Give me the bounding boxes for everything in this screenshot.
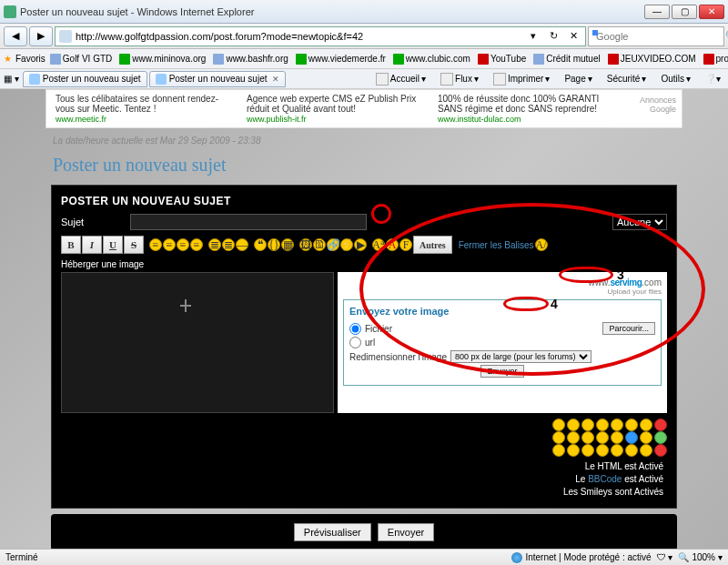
stop-icon[interactable]: ✕: [565, 28, 581, 45]
edit-mode-button[interactable]: A/: [535, 238, 548, 251]
ad-3[interactable]: 100% de réussite donc 100% GARANTI SANS …: [432, 94, 623, 124]
menu-feeds[interactable]: Flux ▾: [437, 72, 482, 86]
address-dropdown-icon[interactable]: ▾: [525, 28, 541, 45]
quote-button[interactable]: ❝: [254, 238, 267, 251]
flash-button[interactable]: ⚡: [340, 238, 353, 251]
smiley-10[interactable]: [567, 431, 580, 444]
radio-url[interactable]: [349, 337, 361, 348]
message-textarea[interactable]: [61, 272, 334, 413]
list-ol-button[interactable]: ≣: [222, 238, 235, 251]
video-button[interactable]: ▶: [354, 238, 367, 251]
post-type-select[interactable]: Aucune: [612, 214, 667, 230]
minimize-button[interactable]: —: [644, 5, 670, 19]
send-button[interactable]: Envoyer: [378, 523, 434, 541]
search-bar[interactable]: 🔍: [588, 26, 724, 46]
fav-bashfr[interactable]: www.bashfr.org: [210, 53, 290, 66]
smiley-19[interactable]: [581, 444, 594, 457]
fav-progtv[interactable]: programme-tv: [701, 53, 728, 66]
fav-clubic[interactable]: www.clubic.com: [390, 53, 473, 66]
fav-golf[interactable]: Golf VI GTD: [47, 53, 115, 66]
code-button[interactable]: {}: [268, 238, 280, 251]
fav-jeuxvideo[interactable]: JEUXVIDEO.COM: [605, 53, 699, 66]
link-button[interactable]: 🔗: [327, 238, 339, 251]
smiley-1[interactable]: [552, 419, 565, 431]
close-tags-link[interactable]: Fermer les Balises: [459, 240, 534, 250]
smiley-8[interactable]: [654, 419, 667, 431]
smiley-17[interactable]: [552, 444, 565, 457]
smiley-5[interactable]: [611, 419, 623, 431]
preview-button[interactable]: Prévisualiser: [294, 523, 371, 541]
other-button[interactable]: Autres: [413, 236, 452, 254]
upload-send-button[interactable]: Envoyer: [480, 365, 523, 378]
strike-button[interactable]: S: [124, 236, 144, 254]
smiley-2[interactable]: [567, 419, 580, 431]
font-button[interactable]: F: [399, 238, 412, 251]
underline-button[interactable]: U: [103, 236, 123, 254]
ads-block: Tous les célibataires se donnent rendez-…: [46, 89, 682, 128]
table-button[interactable]: ▦: [281, 238, 294, 251]
smiley-24[interactable]: [654, 444, 667, 457]
refresh-icon[interactable]: ↻: [545, 28, 561, 45]
smiley-11[interactable]: [581, 431, 594, 444]
ad-1[interactable]: Tous les célibataires se donnent rendez-…: [50, 94, 241, 124]
editor-toolbar: B I U S ≡ ≡ ≡ ≡ ≣ ≣ — ❝ {} ▦ 🖼 🖻 �: [57, 233, 671, 257]
fav-credit[interactable]: Crédit mutuel: [531, 53, 602, 66]
status-protected-icon[interactable]: 🛡 ▾: [657, 552, 673, 562]
quick-tabs-icon[interactable]: ▦ ▾: [4, 74, 19, 84]
resize-select[interactable]: 800 px de large (pour les forums): [450, 350, 592, 363]
subject-input[interactable]: [130, 214, 367, 230]
fav-vdm[interactable]: www.viedemerde.fr: [293, 53, 389, 66]
align-justify-button[interactable]: ≡: [190, 238, 203, 251]
menu-tools[interactable]: Outils ▾: [657, 73, 694, 85]
menu-help-icon[interactable]: ❔▾: [702, 73, 724, 85]
smiley-15[interactable]: [640, 431, 652, 444]
smiley-14[interactable]: [625, 431, 638, 444]
smiley-22[interactable]: [625, 444, 638, 457]
menu-print[interactable]: Imprimer ▾: [490, 72, 553, 86]
browse-button[interactable]: Parcourir...: [602, 322, 655, 335]
menu-security[interactable]: Sécurité ▾: [603, 73, 651, 85]
align-center-button[interactable]: ≡: [163, 238, 176, 251]
smiley-6[interactable]: [625, 419, 638, 431]
host-image-button[interactable]: 🖼: [299, 238, 312, 251]
address-input[interactable]: [76, 31, 521, 42]
smiley-9[interactable]: [552, 431, 565, 444]
align-right-button[interactable]: ≡: [177, 238, 189, 251]
smiley-4[interactable]: [596, 419, 609, 431]
fav-youtube[interactable]: YouTube: [475, 53, 529, 66]
tab-2[interactable]: Poster un nouveau sujet✕: [149, 71, 286, 87]
tab-2-close-icon[interactable]: ✕: [272, 75, 279, 84]
smiley-3[interactable]: [581, 419, 594, 431]
italic-button[interactable]: I: [82, 236, 102, 254]
align-left-button[interactable]: ≡: [149, 238, 162, 251]
image-button[interactable]: 🖻: [313, 238, 326, 251]
tab-1[interactable]: Poster un nouveau sujet: [23, 71, 147, 87]
radio-file[interactable]: [349, 323, 361, 335]
menu-page[interactable]: Page ▾: [561, 73, 595, 85]
address-bar[interactable]: ▾ ↻ ✕: [55, 26, 586, 46]
smiley-7[interactable]: [640, 419, 652, 431]
color-button[interactable]: A: [386, 238, 399, 251]
smiley-21[interactable]: [611, 444, 623, 457]
zoom-control[interactable]: 🔍 100% ▾: [678, 552, 723, 562]
close-button[interactable]: ✕: [699, 5, 724, 19]
hr-button[interactable]: —: [236, 238, 248, 251]
hosting-label: Héberger une image: [57, 257, 671, 272]
smiley-20[interactable]: [596, 444, 609, 457]
smiley-18[interactable]: [567, 444, 580, 457]
size-button[interactable]: Aᵃ: [372, 238, 385, 251]
ad-2[interactable]: Agence web experte CMS eZ Publish Prix r…: [241, 94, 432, 124]
smiley-12[interactable]: [596, 431, 609, 444]
smiley-23[interactable]: [640, 444, 652, 457]
smiley-13[interactable]: [611, 431, 623, 444]
menu-home[interactable]: Accueil ▾: [372, 72, 430, 86]
search-input[interactable]: [596, 31, 722, 42]
smiley-16[interactable]: [654, 431, 667, 444]
favorites-star-icon[interactable]: ★: [4, 54, 12, 64]
back-button[interactable]: ◀: [4, 26, 27, 46]
fav-mininova[interactable]: www.mininova.org: [116, 53, 208, 66]
list-ul-button[interactable]: ≣: [208, 238, 221, 251]
forward-button[interactable]: ▶: [29, 26, 53, 46]
maximize-button[interactable]: ▢: [672, 5, 697, 19]
bold-button[interactable]: B: [61, 236, 81, 254]
